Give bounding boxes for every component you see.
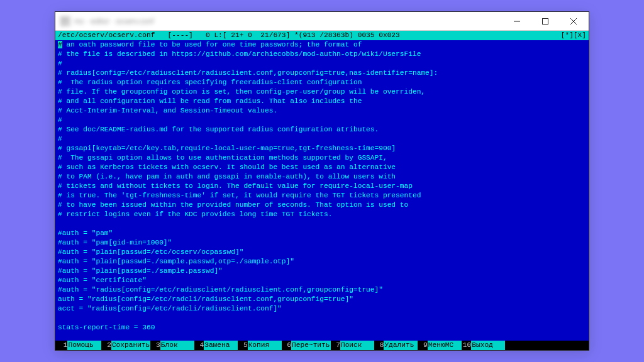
editor-line: # See doc/README-radius.md for the suppo…: [58, 125, 586, 134]
status-left: /etc/ocserv/ocserv.conf [----] 0 L:[ 21+…: [58, 31, 400, 40]
svg-rect-0: [542, 18, 548, 24]
fkey-number: 1: [59, 341, 67, 350]
window-controls: [502, 13, 587, 30]
editor-line: #auth = "pam[gid-min=1000]": [58, 238, 586, 248]
editor-line: #: [58, 59, 586, 69]
fkey-number: 9: [419, 341, 427, 350]
fkey-4[interactable]: 4Замена: [196, 341, 238, 350]
editor-line: auth = "radius[config=/etc/radcli/radius…: [58, 295, 586, 304]
editor-statusbar: /etc/ocserv/ocserv.conf [----] 0 L:[ 21+…: [55, 31, 589, 40]
fkey-label: Выход: [471, 341, 505, 350]
close-button[interactable]: [559, 13, 587, 30]
terminal: /etc/ocserv/ocserv.conf [----] 0 L:[ 21+…: [55, 31, 589, 350]
titlebar: mc · editor · ocserv.conf: [55, 12, 589, 31]
editor-line: # and all configuration will be read fro…: [58, 97, 586, 106]
editor-line: stats-report-time = 360: [58, 323, 586, 332]
fkey-number: 8: [375, 341, 384, 350]
editor-line: # gssapi[keytab=/etc/key.tab,require-loc…: [58, 144, 586, 153]
app-window: mc · editor · ocserv.conf /etc/ocserv/oc…: [55, 11, 589, 351]
fkey-10[interactable]: 10Выход: [463, 341, 505, 350]
editor-body[interactable]: # an oath password file to be used for o…: [55, 40, 589, 341]
fkey-5[interactable]: 5Копия: [239, 341, 281, 350]
fkey-9[interactable]: 9МенюMC: [419, 341, 461, 350]
editor-line: #auth = "plain[passwd=/etc/ocserv/ocpass…: [58, 248, 586, 257]
editor-line: # file. If the groupconfig option is set…: [58, 87, 586, 97]
app-icon: [60, 16, 70, 26]
fkey-label: МенюMC: [428, 341, 462, 350]
cursor: #: [58, 41, 62, 48]
editor-line: #: [58, 116, 586, 125]
editor-line: #auth = "plain[passwd=./sample.passwd]": [58, 266, 586, 276]
editor-line: # to PAM (i.e., have pam in auth and gss…: [58, 172, 586, 182]
editor-line: # tickets and without tickets to login. …: [58, 182, 586, 191]
fkey-number: 3: [152, 341, 160, 350]
editor-line: #: [58, 134, 586, 144]
fkey-label: Пере~тить: [291, 341, 330, 350]
fkey-7[interactable]: 7Поиск: [332, 341, 374, 350]
function-key-bar: 1Помощь 2Сохранить 3Блок 4Замена 5Копия …: [55, 341, 589, 350]
editor-line: [58, 332, 586, 341]
editor-line: # The radius option requires specifying …: [58, 78, 586, 87]
editor-line: acct = "radius[config=/etc/radcli/radius…: [58, 304, 586, 314]
fkey-2[interactable]: 2Сохранить: [103, 341, 150, 350]
editor-line: #auth = "radius[config=/etc/radiusclient…: [58, 285, 586, 295]
editor-line: # the file is described in https://githu…: [58, 50, 586, 59]
fkey-number: 6: [283, 341, 291, 350]
fkey-number: 5: [239, 341, 247, 350]
fkey-number: 2: [103, 341, 111, 350]
fkey-label: Помощь: [67, 341, 101, 350]
editor-line: # is true. The 'tgt-freshness-time' if s…: [58, 191, 586, 200]
fkey-label: Замена: [204, 341, 238, 350]
titlebar-left: mc · editor · ocserv.conf: [60, 16, 154, 26]
editor-line: # The gssapi option allows to use authen…: [58, 153, 586, 163]
fkey-label: Копия: [248, 341, 282, 350]
editor-line: [58, 219, 586, 229]
fkey-3[interactable]: 3Блок: [152, 341, 194, 350]
window-title: mc · editor · ocserv.conf: [74, 17, 154, 26]
editor-line: #auth = "plain[passwd=./sample.passwd,ot…: [58, 257, 586, 266]
fkey-label: Поиск: [340, 341, 374, 350]
fkey-number: 10: [463, 341, 471, 350]
fkey-label: Сохранить: [111, 341, 150, 350]
editor-line: # restrict logins even if the KDC provid…: [58, 210, 586, 219]
editor-line: # an oath password file to be used for o…: [58, 40, 586, 50]
fkey-number: 4: [196, 341, 204, 350]
editor-line: # such as Kerberos tickets with ocserv. …: [58, 163, 586, 172]
fkey-8[interactable]: 8Удалить: [375, 341, 418, 350]
editor-line: # radius[config=/etc/radiusclient/radius…: [58, 69, 586, 78]
editor-line: # to have been issued within the provide…: [58, 200, 586, 210]
minimize-button[interactable]: [502, 13, 531, 30]
fkey-1[interactable]: 1Помощь: [59, 341, 101, 350]
editor-line: # Acct-Interim-Interval, and Session-Tim…: [58, 106, 586, 116]
fkey-label: Блок: [160, 341, 194, 350]
status-right: [*][X]: [561, 31, 586, 40]
maximize-button[interactable]: [531, 13, 559, 30]
fkey-number: 7: [332, 341, 340, 350]
editor-line: #auth = "certificate": [58, 276, 586, 285]
editor-line: [58, 314, 586, 323]
fkey-label: Удалить: [384, 341, 418, 350]
fkey-6[interactable]: 6Пере~тить: [283, 341, 331, 350]
editor-line: #auth = "pam": [58, 229, 586, 238]
